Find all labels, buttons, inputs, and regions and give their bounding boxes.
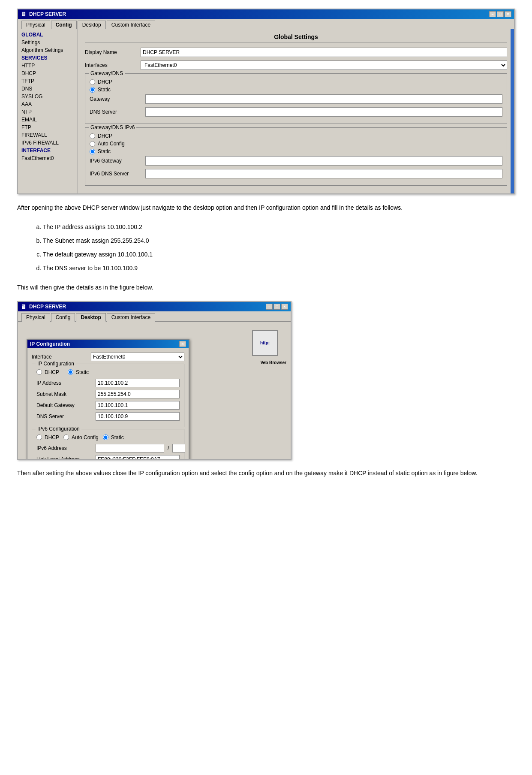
sidebar-item-dhcp[interactable]: DHCP [18,69,78,77]
sidebar-item-ntp[interactable]: NTP [18,108,78,116]
sidebar-item-global[interactable]: GLOBAL [18,31,78,39]
dialog-dns-label: DNS Server [36,413,92,419]
blue-stripe [511,29,514,193]
main-content: Global Settings Display Name Interfaces … [78,29,514,193]
gateway-static-radio[interactable] [90,87,95,93]
interfaces-select[interactable]: FastEthernet0 [141,60,507,70]
ip-configuration-dialog: IP Configuration × Interface FastEtherne… [27,339,189,459]
sidebar-item-firewall[interactable]: FIREWALL [18,131,78,139]
article-paragraph2: This will then give the details as in th… [17,283,515,292]
sidebar-item-settings[interactable]: Settings [18,39,78,46]
ipv6-auto-config-radio[interactable] [90,141,95,147]
window-body: GLOBAL Settings Algorithm Settings SERVI… [18,29,514,193]
dialog-subnet-input[interactable] [96,390,180,398]
maximize-button[interactable]: □ [497,11,504,17]
ipv6-dns-server-input[interactable] [145,169,502,178]
gateway-dhcp-radio-row: DHCP [90,79,502,85]
window2-titlebar-left: 🖥 DHCP SERVER [21,303,66,310]
gateway-dns-ipv6-title: Gateway/DNS IPv6 [89,124,136,130]
dialog-static-radio[interactable] [68,369,73,375]
ipv6-static-radio[interactable] [90,149,95,154]
tab-physical[interactable]: Physical [21,21,50,29]
dialog-ipv6-addr-input[interactable] [96,444,164,452]
ipv6-dhcp-radio[interactable] [90,133,95,139]
dns-server-input[interactable] [145,107,502,117]
ipv6-gateway-input[interactable] [145,156,502,166]
sidebar-item-dns[interactable]: DNS [18,85,78,93]
tab2-config[interactable]: Config [51,313,75,322]
article-paragraph3-text: Then after setting the above values clos… [17,470,478,476]
dialog-interface-select[interactable]: FastEthernet0 [91,353,184,361]
dialog-ip-row: IP Address [36,379,180,387]
dialog-static-row: Static [68,369,89,375]
gateway-label: Gateway [90,96,141,102]
dialog-ip-input[interactable] [96,379,180,387]
gateway-dns-title: Gateway/DNS [89,70,125,76]
display-name-label: Display Name [85,49,136,55]
dialog-body: Interface FastEthernet0 IP Configuration… [27,348,189,459]
sidebar-item-http[interactable]: HTTP [18,62,78,69]
dialog-ipv6-static-row: Static [103,434,124,440]
list-item-c: The default gateway assign 10.100.100.1 [43,248,515,260]
dialog-link-local-label: Link Local Address [36,456,92,459]
dialog-ipv6-dhcp-radio[interactable] [36,434,42,440]
window2-tabs: Physical Config Desktop Custom Interface [18,311,291,322]
dialog-gateway-row: Default Gateway [36,401,180,410]
gateway-dhcp-radio[interactable] [90,79,95,85]
display-name-row: Display Name [85,48,507,57]
dialog-subnet-label: Subnet Mask [36,391,92,397]
dialog-dns-row: DNS Server [36,412,180,421]
sidebar-item-aaa[interactable]: AAA [18,100,78,108]
dialog-link-local-input[interactable] [96,455,180,459]
ipv6-gateway-label: IPv6 Gateway [90,158,141,164]
tab-desktop[interactable]: Desktop [78,21,106,29]
dialog-close-button[interactable]: × [179,341,186,347]
tab-custom-interface[interactable]: Custom Interface [107,21,155,29]
minimize-button[interactable]: – [489,11,496,17]
sidebar-item-algorithm-settings[interactable]: Algorithm Settings [18,46,78,54]
dialog-ipv6-prefix-input[interactable] [172,444,185,452]
ipv6-static-radio-row: Static [90,148,502,154]
window2-minimize[interactable]: – [266,304,273,310]
sidebar-item-ipv6-firewall[interactable]: IPv6 FIREWALL [18,139,78,147]
interfaces-row: Interfaces FastEthernet0 [85,60,507,70]
dialog-dns-input[interactable] [96,412,180,421]
close-button[interactable]: × [505,11,511,17]
dialog-link-local-row: Link Local Address [36,455,180,459]
tab2-custom-interface[interactable]: Custom Interface [107,313,155,322]
dialog-interface-row: Interface FastEthernet0 [32,353,184,361]
ipv6-dns-server-row: IPv6 DNS Server [90,169,502,178]
ipv6-dhcp-radio-row: DHCP [90,133,502,139]
list-item-b: The Subnet mask assign 255.255.254.0 [43,235,515,247]
dialog-ipv6-static-label: Static [111,434,124,440]
sidebar-item-tftp[interactable]: TFTP [18,77,78,85]
dns-server-label: DNS Server [90,109,141,115]
ipv6-config-radio-group: DHCP Auto Config Static [36,433,180,442]
window2-maximize[interactable]: □ [274,304,280,310]
sidebar-item-fastethernet0[interactable]: FastEthernet0 [18,154,78,162]
gateway-input[interactable] [145,94,502,104]
dialog-ipv6-static-radio[interactable] [103,434,108,440]
tab-config[interactable]: Config [51,21,77,29]
window2-close[interactable]: × [281,304,288,310]
window2-body: http: Veb Browser IP Configuration × Int… [18,322,291,459]
dialog-dhcp-radio[interactable] [36,369,42,375]
dialog-ipv6-config-group: IPv6 Configuration DHCP Auto Config [32,429,184,459]
http-icon[interactable]: http: [252,330,278,356]
dialog-ipv6-addr-label: IPv6 Address [36,445,92,451]
sidebar-item-email[interactable]: EMAIL [18,116,78,124]
sidebar-item-ftp[interactable]: FTP [18,124,78,131]
gateway-dns-ipv6-group: Gateway/DNS IPv6 DHCP Auto Config Static… [85,127,507,186]
window-icon: 🖥 [21,11,27,18]
list-item-a: The IP address assigns 10.100.100.2 [43,221,515,233]
tab2-physical[interactable]: Physical [21,313,50,322]
ipv6-dns-server-label: IPv6 DNS Server [90,171,141,177]
ip-config-radio-group: DHCP Static [36,368,180,377]
display-name-input[interactable] [141,48,507,57]
sidebar-item-syslog[interactable]: SYSLOG [18,93,78,100]
window2-titlebar: 🖥 DHCP SERVER – □ × [18,302,291,311]
ipv6-static-label: Static [98,148,111,154]
dialog-ipv6-auto-radio[interactable] [63,434,69,440]
dialog-gateway-input[interactable] [96,401,180,410]
tab2-desktop[interactable]: Desktop [76,313,105,322]
